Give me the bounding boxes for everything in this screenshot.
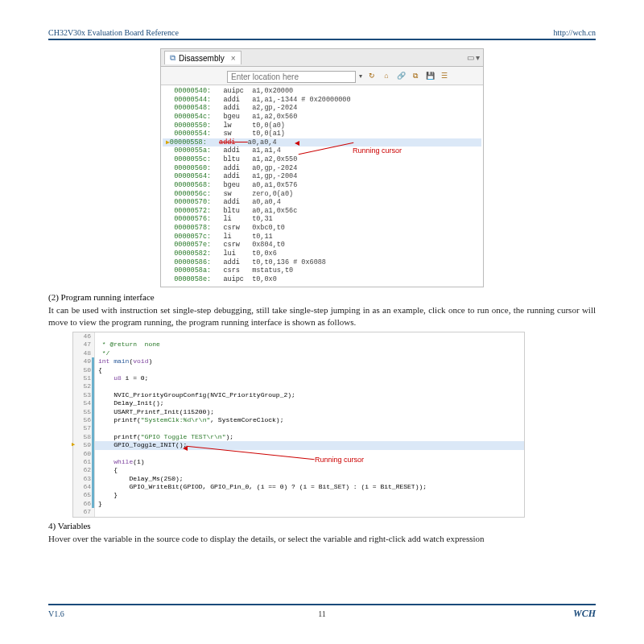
source-line[interactable]: 62 {: [73, 466, 524, 474]
disasm-row[interactable]: 00000564: addi a1,gp,-2004: [163, 172, 481, 181]
source-line[interactable]: 65 }: [73, 491, 524, 499]
minimize-icon[interactable]: ▭: [467, 53, 474, 62]
disasm-row[interactable]: 0000058a: csrs mstatus,t0: [163, 266, 481, 275]
source-line[interactable]: 61 while(1): [73, 458, 524, 466]
close-icon[interactable]: ×: [231, 54, 236, 63]
source-line[interactable]: 49int main(void): [73, 357, 524, 365]
source-line[interactable]: 66}: [73, 500, 524, 508]
disasm-row[interactable]: 00000586: addi t0,t0,136 # 0x6088: [163, 258, 481, 267]
disasm-row[interactable]: 00000550: lw t0,0(a0): [163, 122, 481, 130]
page-number: 11: [318, 609, 326, 618]
source-line[interactable]: 52: [73, 382, 524, 390]
source-line[interactable]: 56 printf("SystemClk:%d\r\n", SystemCore…: [73, 416, 524, 424]
disasm-row[interactable]: 00000578: csrw 0xbc0,t0: [163, 224, 481, 233]
disasm-row[interactable]: 0000055c: bltu a1,a2,0x550: [163, 155, 481, 164]
footer-version: V1.6: [48, 609, 64, 618]
running-cursor-label: Running cursor: [315, 456, 364, 465]
disasm-row[interactable]: 00000576: li t0,31: [163, 215, 481, 224]
disasm-row[interactable]: 0000054c: bgeu a1,a2,0x560: [163, 113, 481, 122]
disassembly-tabbar: ⧉ Disassembly × ▭ ▾: [161, 49, 483, 67]
disasm-row[interactable]: 00000572: bltu a0,a1,0x56c: [163, 207, 481, 216]
source-panel[interactable]: 46 47 * @return none48 */49int main(void…: [72, 332, 525, 518]
section-4-body: Hover over the variable in the source co…: [48, 533, 596, 545]
source-line[interactable]: 46: [73, 332, 524, 341]
location-combo[interactable]: [227, 68, 356, 83]
source-line[interactable]: 50{: [73, 366, 524, 374]
source-line[interactable]: 59▶ GPIO_Toggle_INIT();: [73, 441, 524, 449]
source-line[interactable]: 58 printf("GPIO Toggle TEST\r\n");: [73, 433, 524, 441]
source-line[interactable]: 53 NVIC_PriorityGroupConfig(NVIC_Priorit…: [73, 391, 524, 399]
disasm-row[interactable]: 00000554: sw t0,0(a1): [163, 130, 481, 138]
save-icon[interactable]: 💾: [423, 69, 436, 82]
disassembly-listing[interactable]: 00000540: auipc a1,0x20000 00000544: add…: [161, 85, 483, 287]
doc-footer: V1.6 11 WCH: [48, 604, 596, 620]
doc-header: CH32V30x Evaluation Board Reference http…: [48, 28, 596, 40]
link-icon[interactable]: 🔗: [394, 69, 407, 82]
source-line[interactable]: 55 USART_Printf_Init(115200);: [73, 408, 524, 416]
disasm-row[interactable]: 00000568: bgeu a0,a1,0x576: [163, 181, 481, 190]
refresh-icon[interactable]: ↻: [365, 69, 378, 82]
tab-disassembly[interactable]: ⧉ Disassembly ×: [164, 51, 242, 64]
copy-icon[interactable]: ⧉: [409, 69, 422, 82]
source-line[interactable]: 51 u8 i = 0;: [73, 374, 524, 382]
section-2-title: (2) Program running interface: [48, 292, 596, 302]
disasm-row[interactable]: 00000570: addi a0,a0,4: [163, 198, 481, 207]
disasm-row[interactable]: 0000057c: li t0,11: [163, 233, 481, 242]
section-2-body: It can be used with instruction set sing…: [48, 304, 596, 328]
header-right: http://wch.cn: [554, 28, 597, 37]
source-line[interactable]: 54 Delay_Init();: [73, 399, 524, 407]
disasm-row[interactable]: 00000544: addi a1,a1,-1344 # 0x20000000: [163, 96, 481, 105]
menu-icon[interactable]: ▾: [476, 53, 480, 62]
source-line[interactable]: 64 GPIO_WriteBit(GPIOD, GPIO_Pin_0, (i =…: [73, 483, 524, 491]
disasm-row[interactable]: ▶00000558: addi a0,a0,4: [163, 138, 481, 147]
disasm-row[interactable]: 0000057e: csrw 0x804,t0: [163, 241, 481, 250]
disasm-row[interactable]: 0000056c: sw zero,0(a0): [163, 190, 481, 199]
disasm-row[interactable]: 0000058e: auipc t0,0x0: [163, 275, 481, 284]
disassembly-panel: ⧉ Disassembly × ▭ ▾ ▾ ↻ ⌂ 🔗 ⧉ 💾 ☰ 000005…: [160, 48, 484, 287]
wch-logo: WCH: [573, 608, 596, 620]
source-line[interactable]: 67: [73, 508, 524, 516]
chevron-down-icon[interactable]: ▾: [357, 72, 364, 80]
disasm-row[interactable]: 00000548: addi a2,gp,-2024: [163, 104, 481, 113]
disassembly-toolbar: ▾ ↻ ⌂ 🔗 ⧉ 💾 ☰: [161, 67, 483, 85]
disasm-row[interactable]: 00000540: auipc a1,0x20000: [163, 87, 481, 96]
source-line[interactable]: 48 */: [73, 349, 524, 357]
home-icon[interactable]: ⌂: [380, 69, 393, 82]
tab-label: Disassembly: [179, 54, 225, 63]
disasm-row[interactable]: 00000560: addi a0,gp,-2024: [163, 164, 481, 173]
header-left: CH32V30x Evaluation Board Reference: [48, 28, 179, 37]
code-glyph-icon: ⧉: [170, 53, 175, 63]
source-line[interactable]: 47 * @return none: [73, 341, 524, 349]
location-input[interactable]: [227, 71, 356, 83]
disasm-row[interactable]: 00000582: lui t0,0x6: [163, 250, 481, 258]
source-line[interactable]: 63 Delay_Ms(250);: [73, 475, 524, 483]
section-4-title: 4) Variables: [48, 521, 596, 530]
settings-icon[interactable]: ☰: [438, 69, 451, 82]
running-cursor-label: Running cursor: [353, 147, 402, 155]
source-line[interactable]: 57: [73, 424, 524, 432]
